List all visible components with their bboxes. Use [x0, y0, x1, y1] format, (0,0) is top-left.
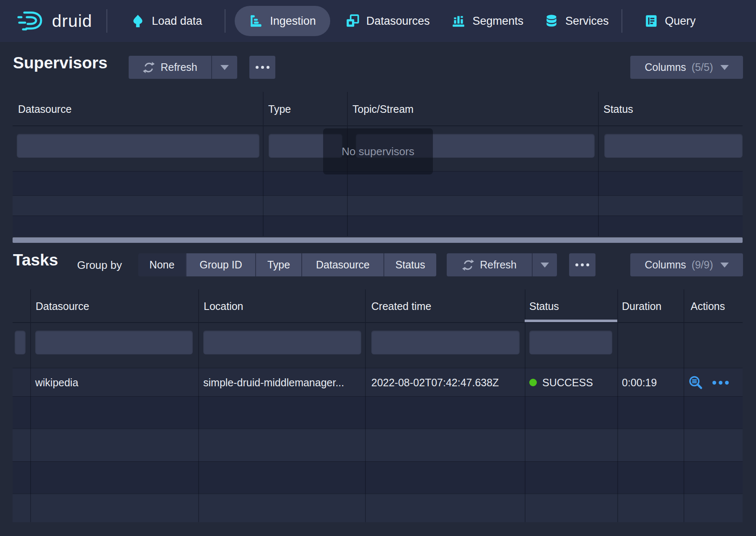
created-time-filter-input[interactable]	[371, 330, 520, 354]
druid-logo[interactable]: druid	[17, 10, 92, 32]
column-header-topic-stream[interactable]: Topic/Stream	[347, 92, 598, 126]
task-row-wikipedia[interactable]: wikipedia simple-druid-middlemanager... …	[13, 368, 743, 396]
empty-table-row	[13, 461, 743, 494]
nav-item-ingestion[interactable]: Ingestion	[235, 6, 330, 36]
tasks-refresh-dropdown[interactable]	[532, 253, 557, 276]
group-by-button-group: None Group ID Type Datasource Status	[138, 253, 436, 276]
tasks-columns-button[interactable]: Columns (9/9)	[630, 253, 743, 276]
chevron-down-icon	[541, 263, 549, 268]
nav-item-query[interactable]: Query	[633, 6, 707, 36]
empty-table-row	[13, 195, 743, 216]
refresh-label: Refresh	[480, 259, 517, 271]
stacked-panels-icon	[345, 14, 360, 28]
row-number-filter-input[interactable]	[15, 330, 26, 354]
column-divider	[365, 289, 366, 522]
empty-table-row	[13, 429, 743, 461]
group-by-none-button[interactable]: None	[138, 253, 186, 276]
nav-item-services[interactable]: Services	[534, 6, 619, 36]
empty-table-row	[13, 216, 743, 236]
supervisors-more-button[interactable]	[249, 56, 275, 79]
inspect-magnifier-icon[interactable]	[688, 375, 703, 390]
supervisors-refresh-button[interactable]: Refresh	[129, 56, 211, 79]
location-filter-input[interactable]	[203, 330, 361, 354]
tasks-refresh-button[interactable]: Refresh	[447, 253, 532, 276]
empty-table-row	[13, 494, 743, 522]
supervisors-refresh-dropdown[interactable]	[211, 56, 237, 79]
column-header-datasource[interactable]: Datasource	[30, 289, 198, 323]
chevron-down-icon	[720, 65, 729, 70]
nav-item-label: Services	[565, 15, 609, 28]
success-status-dot	[529, 379, 537, 386]
brand-name: druid	[52, 11, 92, 31]
row-more-actions-icon[interactable]	[712, 381, 729, 385]
ingestion-chart-icon	[249, 14, 263, 28]
column-divider	[525, 289, 526, 522]
column-header-created-time[interactable]: Created time	[365, 289, 525, 323]
nav-item-label: Segments	[472, 15, 523, 28]
group-by-group-id-button[interactable]: Group ID	[186, 253, 255, 276]
tasks-more-button[interactable]	[569, 253, 595, 276]
task-status-text: SUCCESS	[542, 377, 593, 389]
column-header-status[interactable]: Status	[598, 92, 743, 126]
status-filter-input[interactable]	[529, 330, 612, 354]
chevron-down-icon	[220, 65, 229, 70]
column-header-datasource[interactable]: Datasource	[13, 92, 263, 126]
column-divider	[30, 289, 31, 522]
sort-indicator	[525, 320, 617, 322]
nav-item-label: Datasources	[366, 15, 430, 28]
nav-divider	[225, 9, 225, 33]
datasource-filter-input[interactable]	[35, 330, 193, 354]
group-by-type-button[interactable]: Type	[255, 253, 301, 276]
nav-item-label: Ingestion	[270, 15, 316, 28]
more-icon	[256, 66, 269, 69]
group-by-status-button[interactable]: Status	[383, 253, 436, 276]
task-created-time-cell: 2022-08-02T07:42:47.638Z	[371, 368, 499, 397]
nav-divider	[621, 9, 622, 33]
nav-item-datasources[interactable]: Datasources	[334, 6, 441, 36]
column-header-type[interactable]: Type	[263, 92, 347, 126]
horizontal-scrollbar[interactable]	[13, 237, 743, 243]
empty-table-row	[13, 396, 743, 429]
top-navbar: druid Load data Ingestion Datasources	[0, 0, 756, 42]
database-icon	[544, 14, 559, 28]
column-header-status[interactable]: Status	[525, 289, 617, 323]
nav-divider	[106, 9, 107, 33]
column-header-location[interactable]: Location	[198, 289, 365, 323]
nav-item-load-data[interactable]: Load data	[118, 6, 215, 36]
column-divider	[684, 289, 684, 522]
status-filter-input[interactable]	[604, 134, 743, 158]
task-location-cell: simple-druid-middlemanager...	[203, 368, 344, 397]
upload-arrow-icon	[131, 14, 145, 28]
columns-count: (9/9)	[691, 259, 713, 271]
tasks-table: wikipedia simple-druid-middlemanager... …	[13, 289, 743, 522]
nav-item-segments[interactable]: Segments	[440, 6, 534, 36]
supervisors-columns-button[interactable]: Columns (5/5)	[630, 56, 743, 79]
column-header-actions[interactable]: Actions	[684, 289, 743, 323]
refresh-label: Refresh	[161, 61, 197, 73]
no-supervisors-message: No supervisors	[323, 128, 433, 174]
task-duration-cell: 0:00:19	[622, 368, 657, 397]
bar-chart-icon	[451, 14, 466, 28]
refresh-icon	[462, 259, 474, 271]
empty-table-row	[13, 171, 743, 195]
more-icon	[575, 263, 589, 266]
column-header-duration[interactable]: Duration	[617, 289, 684, 323]
druid-logo-icon	[17, 10, 45, 32]
task-datasource-cell: wikipedia	[35, 368, 78, 397]
header-divider	[13, 322, 743, 323]
nav-item-label: Query	[665, 15, 696, 28]
columns-label: Columns	[645, 259, 686, 271]
datasource-filter-input[interactable]	[17, 134, 259, 158]
column-divider	[198, 289, 199, 522]
columns-count: (5/5)	[691, 61, 713, 73]
column-header-empty	[13, 289, 30, 323]
nav-item-label: Load data	[152, 15, 202, 28]
supervisors-title: Supervisors	[13, 54, 107, 72]
tasks-title: Tasks	[13, 251, 58, 269]
group-by-datasource-button[interactable]: Datasource	[301, 253, 383, 276]
task-status-cell: SUCCESS	[529, 368, 593, 397]
header-divider	[13, 125, 743, 126]
chevron-down-icon	[720, 263, 729, 268]
column-divider	[617, 289, 618, 522]
refresh-icon	[142, 61, 155, 74]
